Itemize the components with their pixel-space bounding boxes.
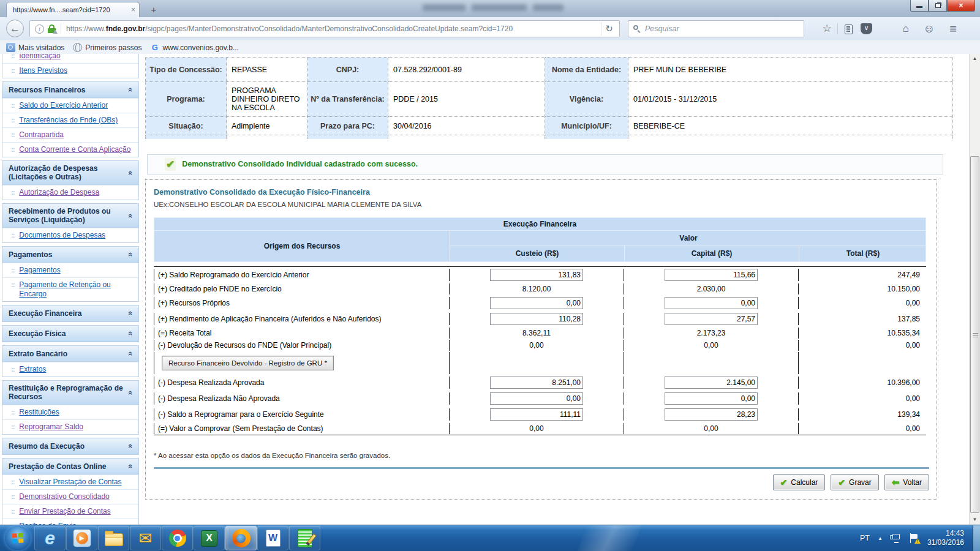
- sidebar-link[interactable]: Pagamentos: [19, 266, 60, 275]
- sidebar-item[interactable]: ::Restituições: [2, 405, 138, 419]
- sidebar-item[interactable]: ::Enviar Prestação de Contas: [2, 504, 138, 519]
- home-icon[interactable]: ⌂: [898, 21, 914, 36]
- sidebar-item[interactable]: ::Extratos: [2, 362, 138, 377]
- capital-input[interactable]: [665, 297, 758, 309]
- bookmark-item[interactable]: Primeiros passos: [72, 42, 146, 53]
- collapse-chevron-icon[interactable]: «: [126, 86, 135, 94]
- sidebar-link[interactable]: Documentos de Despesas: [19, 231, 105, 240]
- collapse-chevron-icon[interactable]: «: [126, 462, 135, 471]
- notes-icon[interactable]: [289, 526, 320, 550]
- scroll-down-icon[interactable]: ▼: [970, 515, 980, 525]
- custeio-input[interactable]: [490, 408, 583, 421]
- reload-icon[interactable]: ↻: [601, 22, 617, 36]
- custeio-input[interactable]: [490, 269, 583, 281]
- sidebar-item[interactable]: ::Visualizar Prestação de Contas: [2, 474, 138, 489]
- file-explorer-icon[interactable]: [98, 526, 129, 550]
- sidebar-item[interactable]: ::Conta Corrente e Conta Aplicação: [2, 142, 138, 157]
- sidebar-link[interactable]: Pagamento de Retenção ou Encargo: [19, 280, 136, 299]
- sidebar-section-header[interactable]: Resumo da Execução«: [2, 438, 138, 454]
- collapse-chevron-icon[interactable]: «: [126, 211, 135, 220]
- outlook-icon[interactable]: ✉: [130, 526, 161, 550]
- hello-smiley-icon[interactable]: ☺: [921, 21, 937, 36]
- capital-input[interactable]: [665, 377, 758, 389]
- gravar-button[interactable]: ✔Gravar: [831, 474, 878, 490]
- sidebar-item[interactable]: ::Saldo do Exercício Anterior: [2, 98, 138, 113]
- ssl-lock-icon[interactable]: [48, 24, 56, 34]
- new-tab-button[interactable]: +: [146, 4, 162, 15]
- capital-input[interactable]: [665, 408, 758, 421]
- back-button[interactable]: ←: [6, 20, 24, 37]
- sidebar-link[interactable]: Reprogramar Saldo: [19, 422, 83, 432]
- capital-input[interactable]: [665, 313, 758, 325]
- collapse-chevron-icon[interactable]: «: [126, 309, 135, 318]
- collapse-chevron-icon[interactable]: «: [126, 442, 135, 451]
- sidebar-section-header[interactable]: Prestação de Contas Online«: [2, 459, 138, 474]
- sidebar-section-header[interactable]: Recursos Financeiros«: [2, 82, 138, 98]
- collapse-chevron-icon[interactable]: «: [126, 168, 135, 177]
- sidebar-section-header[interactable]: Execução Financeira«: [2, 305, 138, 321]
- sidebar-link[interactable]: Restituições: [19, 408, 59, 417]
- tab-close-icon[interactable]: ×: [131, 6, 135, 14]
- sidebar-item[interactable]: ::Pagamento de Retenção ou Encargo: [2, 277, 138, 301]
- sidebar-link[interactable]: Identificação: [19, 54, 60, 61]
- custeio-input[interactable]: [490, 377, 583, 389]
- calcular-button[interactable]: ✔Calcular: [773, 474, 826, 490]
- menu-hamburger-icon[interactable]: ≡: [945, 21, 961, 36]
- sidebar-item[interactable]: ::Itens Previstos: [2, 63, 138, 78]
- custeio-input[interactable]: [490, 392, 583, 405]
- search-input[interactable]: Pesquisar: [628, 20, 804, 37]
- sidebar-link[interactable]: Visualizar Prestação de Contas: [19, 478, 121, 487]
- capital-input[interactable]: [665, 269, 758, 281]
- hidden-icons-arrow[interactable]: ▲: [878, 536, 883, 541]
- excel-icon[interactable]: X: [194, 526, 225, 550]
- sidebar-link[interactable]: Transferências do Fnde (OBs): [19, 116, 118, 125]
- url-bar[interactable]: i https://www.fnde.gov.br/sigpc/pages/Ma…: [29, 20, 620, 37]
- network-icon[interactable]: [891, 534, 902, 543]
- sidebar-item[interactable]: ::Recibos de Envio: [2, 519, 138, 525]
- collapse-chevron-icon[interactable]: «: [126, 388, 135, 397]
- sidebar-section-header[interactable]: Recebimento de Produtos ou Serviços (Liq…: [2, 204, 138, 228]
- scroll-up-icon[interactable]: ▲: [970, 54, 980, 64]
- sidebar-link[interactable]: Saldo do Exercício Anterior: [19, 101, 108, 110]
- bookmark-item[interactable]: Gwww.convenios.gov.b...: [149, 42, 244, 53]
- collapse-chevron-icon[interactable]: «: [126, 329, 135, 338]
- sidebar-link[interactable]: Contrapartida: [19, 130, 64, 140]
- sidebar-section-header[interactable]: Pagamentos«: [2, 247, 138, 263]
- collapse-chevron-icon[interactable]: «: [126, 350, 135, 358]
- taskbar-clock[interactable]: 14:43 31/03/2016: [927, 529, 964, 547]
- sidebar-section-header[interactable]: Autorização de Despesas (Licitações e Ou…: [2, 161, 138, 185]
- sidebar-item[interactable]: ::Reprogramar Saldo: [2, 419, 138, 434]
- custeio-input[interactable]: [490, 313, 583, 325]
- internet-explorer-icon[interactable]: e: [34, 526, 66, 550]
- sidebar-item[interactable]: ::Contrapartida: [2, 127, 138, 142]
- bookmark-star-icon[interactable]: ☆: [819, 21, 835, 36]
- action-center-flag-icon[interactable]: [910, 533, 919, 543]
- sidebar-item[interactable]: ::Pagamentos: [2, 263, 138, 277]
- sidebar-link[interactable]: Extratos: [19, 365, 46, 374]
- language-indicator[interactable]: PT: [860, 534, 870, 542]
- sidebar-section-header[interactable]: Restituição e Reprogramação de Recursos«: [2, 381, 138, 405]
- bookmark-item[interactable]: Mais visitados: [5, 42, 69, 53]
- sidebar-link[interactable]: Itens Previstos: [19, 66, 67, 75]
- sidebar-link[interactable]: Conta Corrente e Conta Aplicação: [19, 145, 130, 154]
- gru-register-button[interactable]: Recurso Financeiro Devolvido - Registro …: [162, 356, 334, 370]
- start-button[interactable]: [5, 526, 31, 550]
- sidebar-item[interactable]: ::Autorização de Despesa: [2, 185, 138, 200]
- chrome-icon[interactable]: [162, 526, 193, 550]
- capital-input[interactable]: [665, 392, 758, 405]
- url-text[interactable]: https://www.fnde.gov.br/sigpc/pages/Mant…: [66, 24, 601, 33]
- sidebar-item[interactable]: ::Demonstrativo Consolidado: [2, 489, 138, 504]
- sidebar-link[interactable]: Enviar Prestação de Contas: [19, 507, 110, 516]
- word-icon[interactable]: W: [257, 526, 288, 550]
- media-player-icon[interactable]: ▶: [66, 526, 97, 550]
- vertical-scrollbar[interactable]: ▲ ▼: [969, 54, 980, 525]
- reading-list-icon[interactable]: [845, 24, 853, 34]
- firefox-icon[interactable]: [225, 526, 257, 550]
- pocket-icon[interactable]: ∨: [861, 23, 872, 34]
- sidebar-item[interactable]: ::Identificação: [2, 54, 138, 63]
- sidebar-item[interactable]: ::Documentos de Despesas: [2, 228, 138, 242]
- minimize-button[interactable]: ▬: [910, 0, 929, 12]
- scrollbar-thumb[interactable]: [970, 156, 979, 513]
- close-button[interactable]: ×: [947, 0, 975, 12]
- sidebar-link[interactable]: Autorização de Despesa: [19, 188, 99, 197]
